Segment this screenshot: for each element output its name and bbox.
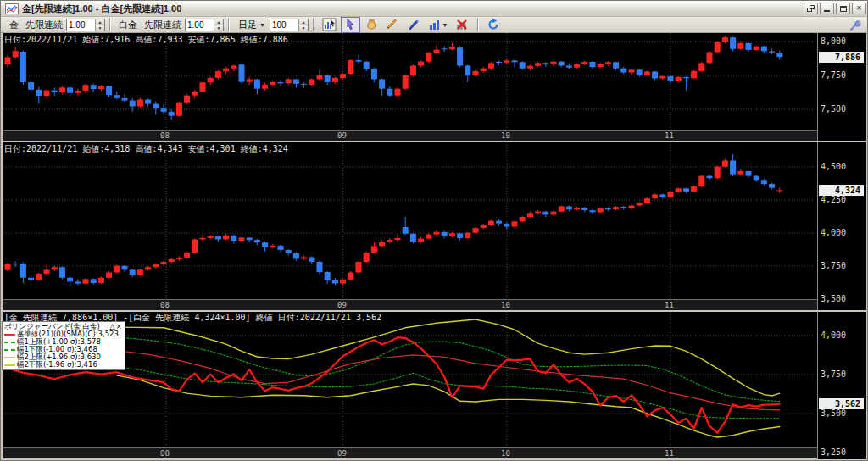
wrench-icon	[849, 19, 861, 31]
pointer-icon	[343, 18, 357, 31]
spread-chart-panel: [金 先限連続 7,886×1.00] -[白金 先限連続 4,324×1.00…	[1, 312, 868, 459]
bar-count-stepper: ▲▼	[270, 19, 309, 31]
pencil-tool-button[interactable]	[383, 17, 403, 33]
spin-up-icon[interactable]: ▲	[299, 19, 308, 25]
chart-cursor-button[interactable]	[320, 17, 339, 33]
spin-down-icon[interactable]: ▼	[96, 25, 104, 31]
maximize-button[interactable]	[836, 3, 850, 14]
x-tick-label: 08	[160, 131, 170, 140]
toolbar-separator	[109, 19, 111, 31]
gold-info-line: 日付:2022/11/21 始値:7,916 高値:7,933 安値:7,865…	[4, 34, 288, 46]
gold-candlestick-chart[interactable]	[3, 33, 817, 130]
spread-price-axis: 4,0003,7503,5003,2503,562	[817, 312, 866, 459]
refresh-icon	[487, 18, 500, 31]
y-tick-label: 7,500	[821, 104, 846, 114]
chart-cursor-icon	[322, 18, 337, 31]
hand-tool-button[interactable]	[362, 17, 381, 33]
delete-chart-icon	[455, 18, 469, 31]
y-tick-label: 8,000	[821, 36, 846, 46]
last-price-badge: 7,886	[819, 52, 864, 63]
y-tick-label: 4,000	[821, 228, 846, 237]
pen-tool-button[interactable]	[404, 17, 424, 33]
y-tick-label: 4,250	[821, 195, 846, 204]
spread-time-axis: 08091011	[3, 447, 817, 458]
spin-down-icon[interactable]: ▼	[299, 25, 308, 31]
y-tick-label: 3,500	[821, 294, 846, 303]
pencil-icon	[386, 18, 399, 31]
toolbar-separator	[313, 19, 314, 31]
legend-line-sample	[4, 364, 15, 366]
title-bar[interactable]: 金[先限連続]1.00 - 白金[先限連続]1.00 ×	[1, 1, 868, 17]
gold-chart-panel: 日付:2022/11/21 始値:7,916 高値:7,933 安値:7,865…	[1, 33, 868, 141]
platinum-chart-panel: 日付:2022/11/21 始値:4,318 高値:4,343 安値:4,301…	[1, 142, 868, 310]
chevron-down-icon: ▼	[259, 22, 265, 28]
platinum-candlestick-chart[interactable]	[3, 142, 817, 299]
bar-chart-icon	[428, 18, 442, 31]
platinum-price-axis: 4,5004,2504,0003,7503,5004,324	[817, 142, 866, 310]
gold-label: 金	[9, 19, 19, 31]
y-tick-label: 3,750	[821, 369, 846, 379]
gold-time-axis: 08091011	[3, 130, 817, 141]
platinum-label: 白金	[119, 19, 137, 31]
gold-price-axis: 8,0007,7507,5007,886	[817, 33, 866, 141]
y-tick-label: 3,750	[821, 261, 846, 270]
legend-line-sample	[4, 357, 15, 358]
y-tick-label: 4,000	[821, 330, 846, 340]
chevron-down-icon: ▼	[442, 22, 448, 28]
x-tick-label: 09	[337, 131, 347, 140]
toolbar-separator	[477, 19, 479, 31]
spin-up-icon[interactable]: ▲	[214, 19, 223, 25]
spread-bollinger-chart[interactable]	[3, 312, 817, 447]
close-button[interactable]: ×	[852, 3, 866, 14]
last-price-badge: 3,562	[819, 398, 864, 409]
x-tick-label: 11	[665, 301, 674, 309]
platinum-time-axis: 08091011	[3, 299, 817, 310]
x-tick-label: 10	[501, 131, 510, 140]
gold-multiplier-stepper: ▲▼	[66, 19, 105, 31]
period-dropdown[interactable]: 日足▼	[236, 18, 268, 32]
hand-icon	[364, 18, 378, 31]
platinum-info-line: 日付:2022/11/21 始値:4,318 高値:4,343 安値:4,301…	[4, 143, 288, 155]
gold-series-label: 先限連続	[25, 19, 63, 31]
platinum-series-label: 先限連続	[144, 19, 181, 31]
legend-line-sample	[4, 349, 15, 351]
minimize-button[interactable]	[820, 3, 834, 14]
refresh-button[interactable]	[484, 17, 504, 33]
delete-chart-button[interactable]	[453, 17, 472, 33]
pen-icon	[407, 18, 420, 31]
x-tick-label: 08	[160, 301, 170, 309]
chart-stack: 日付:2022/11/21 始値:7,916 高値:7,933 安値:7,865…	[1, 33, 868, 461]
indicator-chart-button[interactable]: ▼	[426, 17, 451, 33]
platinum-multiplier-stepper: ▲▼	[185, 19, 224, 31]
x-tick-label: 10	[501, 301, 510, 309]
bar-count-input[interactable]	[270, 19, 298, 31]
legend-item: 幅2下限(-1.96 σ):3,416	[4, 361, 123, 369]
toolbar: 金 先限連続 ▲▼ 白金 先限連続 ▲▼ 日足▼ ▲▼	[1, 17, 868, 33]
x-tick-label: 08	[160, 449, 170, 458]
toolbar-separator	[228, 19, 230, 31]
app-chart-icon	[5, 3, 19, 14]
x-tick-label: 09	[337, 449, 347, 458]
x-tick-label: 10	[501, 449, 510, 458]
platinum-multiplier-input[interactable]	[186, 19, 214, 31]
legend-line-sample	[4, 342, 15, 343]
x-tick-label: 11	[665, 449, 674, 458]
x-tick-label: 11	[665, 131, 674, 140]
y-tick-label: 3,250	[821, 447, 846, 457]
y-tick-label: 3,500	[821, 408, 846, 418]
pointer-tool-button[interactable]	[341, 17, 360, 33]
bollinger-legend: ボリンジャーバンド(金 白金) △× 基準線(21)(0)(SMA)(C):3,…	[2, 321, 125, 370]
last-price-badge: 4,324	[819, 185, 864, 196]
legend-line-sample	[4, 334, 15, 336]
spin-up-icon[interactable]: ▲	[96, 19, 104, 25]
settings-button[interactable]	[847, 19, 864, 32]
window-title: 金[先限連続]1.00 - 白金[先限連続]1.00	[22, 3, 804, 15]
y-tick-label: 4,500	[821, 162, 846, 171]
gold-multiplier-input[interactable]	[67, 19, 95, 31]
x-tick-label: 09	[337, 301, 347, 309]
spin-down-icon[interactable]: ▼	[214, 25, 223, 31]
app-window: 金[先限連続]1.00 - 白金[先限連続]1.00 × 金 先限連続 ▲▼ 白…	[0, 0, 868, 461]
copy-window-button[interactable]	[804, 3, 818, 14]
y-tick-label: 7,750	[821, 70, 846, 80]
period-label: 日足	[238, 19, 257, 31]
